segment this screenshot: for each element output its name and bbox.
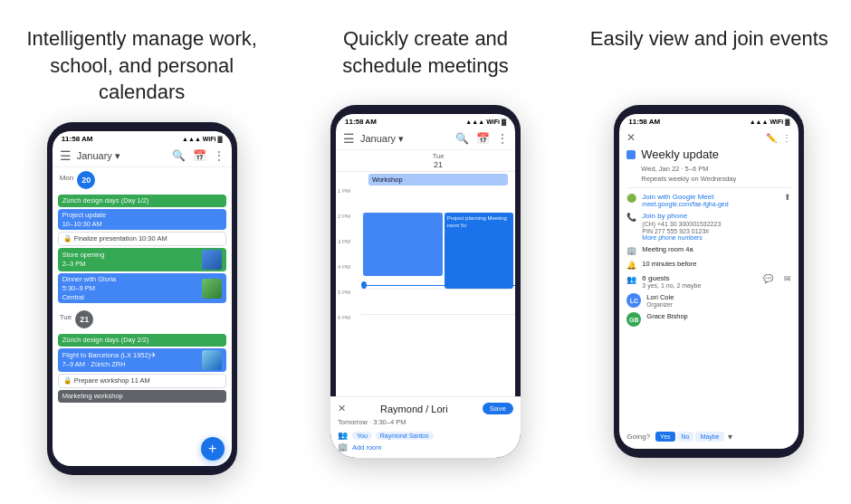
lori-name: Lori Cole [646, 293, 674, 301]
more-icon-2[interactable]: ⋮ [497, 132, 508, 145]
week-grid-area: Tue 21 Workshop 1 PM 2 PM 3 PM 4 PM 5 PM… [336, 150, 515, 449]
grace-avatar: GB [626, 312, 641, 327]
close-icon[interactable]: ✕ [626, 131, 636, 144]
event-prepare[interactable]: 🔒 Prepare workshop 11 AM [58, 374, 226, 388]
add-room-label[interactable]: Add room [352, 443, 382, 450]
week-day-name: Tue [361, 152, 515, 160]
attendee-raymond[interactable]: Raymond Santos [376, 432, 434, 440]
search-icon[interactable]: 🔍 [172, 149, 186, 162]
status-time-2: 11:58 AM [345, 118, 377, 126]
panel-1: Intelligently manage work, school, and p… [0, 0, 283, 504]
more-icon[interactable]: ⋮ [214, 149, 225, 162]
grace-info: Grace Bishop [646, 312, 687, 320]
event-flight-thumb [202, 350, 222, 370]
no-button[interactable]: No [677, 432, 694, 442]
battery-icon: ▓ [218, 136, 223, 142]
lori-role: Organizer [646, 301, 674, 308]
status-icons-1: ▲▲▲ WiFi ▓ [182, 136, 223, 142]
event-zurich-2[interactable]: Zürich design days (Day 2/2) [58, 334, 226, 347]
cal-month-1[interactable]: January ▾ [77, 150, 172, 162]
guests-info: 6 guests 3 yes, 1 no, 2 maybe [642, 274, 758, 289]
day-label-mon: Mon 20 [53, 167, 232, 193]
chat-icon[interactable]: 💬 [763, 274, 773, 283]
hamburger-icon[interactable]: ☰ [60, 148, 72, 163]
guests-icon: 👥 [626, 275, 636, 284]
status-time-1: 11:58 AM [62, 135, 93, 143]
event-zurich-1[interactable]: Zürich design days (Day 1/2) [58, 195, 226, 207]
phone-join-label[interactable]: Join by phone [642, 212, 721, 220]
attendee-you[interactable]: You [352, 432, 372, 440]
share-icon[interactable]: ⬆ [784, 193, 791, 202]
grace-row: GB Grace Bishop [626, 312, 791, 327]
time-2pm: 2 PM [336, 213, 361, 238]
meeting-room: Meeting room 4a [642, 245, 693, 253]
chevron-down-icon[interactable]: ▾ [728, 432, 732, 442]
grid-line-4 [361, 289, 515, 290]
event-store-thumb [202, 250, 222, 270]
phone-number: (CH) +41 30 300001532223 [642, 221, 721, 227]
time-1pm: 1 PM [336, 187, 361, 213]
meet-join-label[interactable]: Join with Google Meet [642, 193, 779, 201]
event-store-label: Store opening2–3 PM [62, 251, 105, 269]
time-6pm: 6 PM [336, 314, 361, 339]
sheet-attendees-row: 👥 You Raymond Santos [338, 431, 513, 440]
event-title: Weekly update [641, 147, 719, 161]
meet-row: 🟢 Join with Google Meet meet.google.com/… [626, 193, 791, 207]
email-icon[interactable]: ✉ [784, 274, 791, 283]
sheet-subtitle: Tomorrow · 3:30–4 PM [338, 418, 513, 426]
day-num-21: 21 [75, 310, 93, 328]
battery-icon-3: ▓ [785, 119, 789, 125]
event-dinner-thumb [202, 279, 222, 299]
maybe-button[interactable]: Maybe [695, 432, 723, 442]
wifi-icon: WiFi [203, 136, 216, 142]
event-finalize[interactable]: 🔒 Finalize presentation 10:30 AM [58, 232, 226, 246]
guest-breakdown: 3 yes, 1 no, 2 maybe [642, 282, 758, 289]
cal-month-2[interactable]: January ▾ [360, 133, 455, 145]
event-dinner[interactable]: Dinner with Gloria5:30–9 PMCentral [58, 273, 226, 303]
event-repeat: Repeats weekly on Wednesday [641, 175, 791, 183]
event-store[interactable]: Store opening2–3 PM [58, 248, 226, 271]
event-dinner-label: Dinner with Gloria5:30–9 PMCentral [62, 275, 117, 301]
event-detail-view: ✕ ✏️ ⋮ Weekly update Wed, Jan 22 · 5–6 P… [619, 128, 798, 449]
calendar-icon[interactable]: 📅 [193, 149, 206, 162]
lock-icon: 🔒 [63, 234, 72, 243]
time-indicator-dot [361, 281, 367, 289]
search-icon-2[interactable]: 🔍 [455, 132, 469, 145]
save-button[interactable]: Save [483, 403, 513, 414]
event-title-row: Weekly update [626, 147, 791, 161]
yes-button[interactable]: Yes [655, 432, 674, 442]
event-color-square [626, 150, 636, 159]
calendar-icon-2[interactable]: 📅 [476, 132, 490, 145]
time-5pm: 5 PM [336, 289, 361, 314]
cal-icons-2: 🔍 📅 ⋮ [455, 132, 508, 145]
panel-2-title: Quickly create and schedule meetings [301, 25, 549, 89]
cal-header-2: ☰ January ▾ 🔍 📅 ⋮ [336, 128, 515, 150]
blue-event-1[interactable] [363, 213, 443, 276]
panel-1-title: Intelligently manage work, school, and p… [18, 25, 265, 106]
event-flight[interactable]: Flight to Barcelona (LX 1952)✈7–9 AM · Z… [58, 348, 226, 372]
more-detail-icon[interactable]: ⋮ [782, 133, 791, 143]
phone-row: 📞 Join by phone (CH) +41 30 300001532223… [626, 212, 791, 241]
cal-header-1: ☰ January ▾ 🔍 📅 ⋮ [53, 145, 232, 167]
event-project-update[interactable]: Project update10–10:30 AM [58, 209, 226, 231]
meet-info: Join with Google Meet meet.google.com/fa… [642, 193, 779, 207]
event-marketing[interactable]: Marketing workshop [58, 390, 226, 403]
phone-icon: 📞 [626, 213, 636, 222]
edit-icon[interactable]: ✏️ [766, 133, 777, 143]
hamburger-icon-2[interactable]: ☰ [343, 131, 355, 146]
sheet-close-icon[interactable]: ✕ [338, 403, 346, 414]
time-4pm: 4 PM [336, 263, 361, 289]
guests-row: 👥 6 guests 3 yes, 1 no, 2 maybe 💬 ✉ [626, 274, 791, 289]
project-planning-event[interactable]: Project planning Meeting room 5c [445, 213, 513, 289]
time-col-header [336, 152, 361, 169]
more-numbers-link[interactable]: More phone numbers [642, 234, 721, 241]
workshop-event[interactable]: Workshop [368, 174, 508, 185]
fab-button[interactable]: + [201, 437, 225, 461]
meet-link[interactable]: meet.google.com/fae-fgha-ged [642, 201, 779, 207]
status-icons-3: ▲▲▲ WiFi ▓ [750, 119, 790, 125]
panel-3: Easily view and join events 11:58 AM ▲▲▲… [568, 0, 851, 504]
panel-2: Quickly create and schedule meetings 11:… [283, 0, 567, 504]
people-icon: 👥 [338, 431, 349, 440]
time-3pm: 3 PM [336, 238, 361, 263]
phone-2: 11:58 AM ▲▲▲ WiFi ▓ ☰ January ▾ 🔍 📅 ⋮ [330, 105, 521, 458]
